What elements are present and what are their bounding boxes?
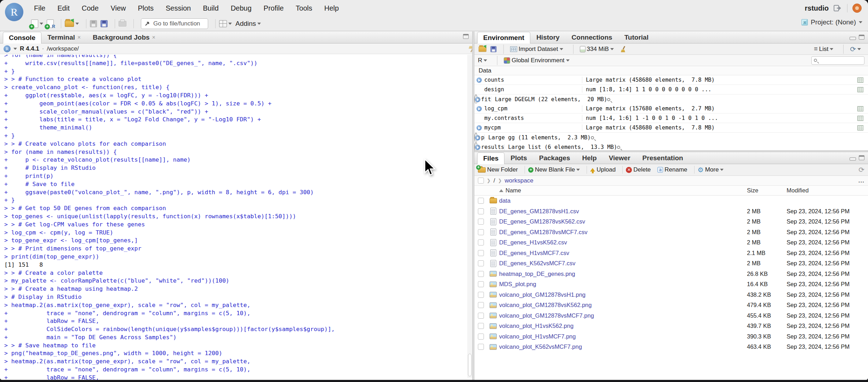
file-row[interactable]: volcano_plot_H1vsK562.png 439.7 KB Sep 2… [474, 321, 868, 331]
print-button[interactable] [119, 21, 126, 27]
menu-item[interactable]: File [34, 4, 45, 12]
file-name-link[interactable]: DE_genes_GM12878vsMCF7.csv [499, 229, 747, 236]
project-selector[interactable]: R Project: (None) [801, 18, 862, 26]
environment-row[interactable]: mycpm Large matrix (458680 elements, 7.8… [474, 123, 868, 133]
rename-button[interactable]: aRename [657, 166, 687, 173]
inspect-object-icon[interactable] [607, 98, 610, 101]
new-folder-button[interactable]: New Folder [478, 166, 518, 173]
file-name-link[interactable]: heatmap_top_DE_genes.png [499, 271, 747, 277]
environment-row[interactable]: log_cpm Large matrix (157680 elements, 2… [474, 104, 868, 114]
file-name-link[interactable]: volcano_plot_H1vsMCF7.png [499, 333, 747, 340]
load-workspace-icon[interactable] [479, 46, 486, 52]
environment-scope-selector[interactable]: Global Environment [504, 57, 569, 64]
file-row[interactable]: heatmap_top_DE_genes.png 26.8 KB Sep 23,… [474, 269, 868, 279]
expand-icon[interactable] [474, 116, 484, 121]
addins-button[interactable]: Addins [235, 20, 261, 28]
tab-viewer[interactable]: Viewer [603, 152, 636, 164]
new-blank-file-button[interactable]: +New Blank File [528, 166, 580, 173]
view-table-icon[interactable] [857, 106, 863, 111]
expand-icon[interactable] [474, 106, 484, 111]
console-output[interactable]: > for (name in names(results)) { + write… [0, 55, 467, 380]
file-checkbox[interactable] [478, 229, 484, 235]
expand-icon[interactable] [475, 145, 480, 150]
list-view-button[interactable]: ≡List [814, 45, 833, 53]
file-name-link[interactable]: volcano_plot_GM12878vsH1.png [499, 291, 747, 298]
save-workspace-icon[interactable] [491, 46, 497, 52]
menu-item[interactable]: Code [82, 4, 99, 12]
maximize-panel-icon[interactable] [859, 155, 864, 160]
refresh-environment-button[interactable]: ⟳ [850, 46, 861, 53]
breadcrumb-more-button[interactable]: ... [858, 177, 864, 184]
file-row[interactable]: MDS_plot.png 16.4 KB Sep 23, 2024, 12:56… [474, 279, 868, 290]
file-checkbox[interactable] [478, 302, 484, 308]
file-row[interactable]: DE_genes_H1vsMCF7.csv 2.1 MB Sep 23, 202… [474, 248, 868, 259]
tab-presentation[interactable]: Presentation [636, 152, 689, 164]
environment-row[interactable]: design num [1:8, 1:4] 1 1 0 0 0 0 0 0 0 … [474, 85, 868, 94]
menu-item[interactable]: Profile [264, 4, 284, 12]
inspect-object-icon[interactable] [617, 146, 620, 149]
tab-plots[interactable]: Plots [504, 152, 533, 164]
menu-item[interactable]: View [111, 4, 126, 12]
expand-icon[interactable] [475, 135, 480, 140]
file-row[interactable]: volcano_plot_GM12878vsMCF7.png 455.4 KB … [474, 311, 868, 321]
open-file-button[interactable] [65, 21, 79, 27]
expand-icon[interactable] [474, 77, 484, 83]
view-table-icon[interactable] [857, 87, 863, 92]
minimize-panel-icon[interactable] [850, 37, 856, 40]
file-row[interactable]: volcano_plot_GM12878vsH1.png 438.2 KB Se… [474, 290, 868, 300]
expand-icon[interactable] [474, 125, 484, 131]
file-checkbox[interactable] [478, 313, 484, 319]
language-selector[interactable]: R [478, 57, 487, 64]
select-all-checkbox[interactable] [478, 178, 484, 184]
expand-icon[interactable] [474, 87, 484, 92]
environment-row[interactable]: fit Large DGEGLM (22 elements, 20 MB) [474, 94, 478, 104]
file-name-link[interactable]: DE_genes_H1vsK562.csv [499, 239, 747, 246]
environment-search-box[interactable] [811, 56, 864, 65]
chevron-down-icon[interactable] [13, 48, 17, 50]
tab-connections[interactable]: Connections [566, 31, 618, 43]
maximize-panel-icon[interactable] [463, 34, 469, 39]
tab-environment[interactable]: Environment [477, 32, 530, 44]
goto-file-input[interactable] [153, 20, 203, 27]
menu-item[interactable]: Help [324, 4, 339, 12]
console-scrollbar[interactable] [467, 55, 472, 378]
goto-file-function-box[interactable] [141, 18, 208, 29]
sign-out-icon[interactable] [834, 5, 842, 12]
new-file-button[interactable]: + [31, 19, 43, 28]
memory-usage-button[interactable]: 334 MiB [580, 46, 614, 53]
file-checkbox[interactable] [478, 271, 484, 277]
column-header-modified[interactable]: Modified [787, 187, 868, 194]
file-row[interactable]: DE_genes_H1vsK562.csv 2 MB Sep 23, 2024,… [474, 237, 868, 248]
session-quit-icon[interactable] [852, 4, 862, 13]
file-name-link[interactable]: MDS_plot.png [499, 281, 747, 288]
view-table-icon[interactable] [857, 77, 863, 83]
tab-background-jobs[interactable]: Background Jobs× [87, 31, 161, 43]
tab-console[interactable]: Console [3, 32, 41, 44]
minimize-panel-icon[interactable] [850, 157, 856, 161]
delete-button[interactable]: ✕Delete [626, 166, 651, 173]
tab-packages[interactable]: Packages [533, 152, 576, 164]
file-name-link[interactable]: volcano_plot_H1vsK562.png [499, 323, 747, 329]
file-row[interactable]: data [474, 196, 868, 206]
file-name-link[interactable]: DE_genes_GM12878vsK562.csv [499, 218, 747, 225]
close-icon[interactable]: × [78, 34, 81, 41]
menu-item[interactable]: Debug [231, 4, 252, 12]
file-row[interactable]: DE_genes_GM12878vsK562.csv 2 MB Sep 23, … [474, 216, 868, 227]
file-checkbox[interactable] [478, 344, 484, 350]
more-button[interactable]: ⚙More [698, 166, 724, 173]
file-checkbox[interactable] [478, 334, 484, 340]
view-table-icon[interactable] [857, 116, 863, 121]
scrollbar-thumb[interactable] [468, 354, 472, 376]
breadcrumb-folder[interactable]: workspace [505, 177, 533, 184]
environment-row[interactable]: counts Large matrix (458680 elements, 7.… [474, 75, 868, 85]
file-row[interactable]: DE_genes_K562vsMCF7.csv 2 MB Sep 23, 202… [474, 258, 868, 269]
file-name-link[interactable]: DE_genes_K562vsMCF7.csv [499, 260, 747, 267]
menu-item[interactable]: Edit [57, 4, 69, 12]
expand-icon[interactable] [475, 97, 480, 102]
tab-help[interactable]: Help [576, 152, 603, 164]
column-header-size[interactable]: Size [747, 187, 787, 194]
new-project-button[interactable]: +R [47, 19, 54, 28]
file-checkbox[interactable] [478, 323, 484, 329]
inspect-object-icon[interactable] [591, 136, 594, 139]
breadcrumb-root[interactable]: / [493, 177, 495, 184]
